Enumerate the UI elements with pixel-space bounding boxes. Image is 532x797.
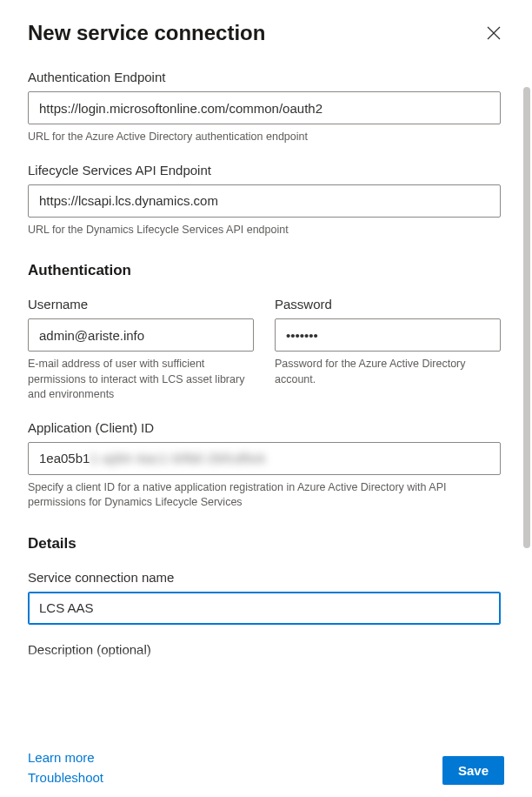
username-input[interactable]: [28, 318, 254, 352]
username-help: E-mail address of user with sufficient p…: [28, 357, 254, 403]
dialog-title: New service connection: [28, 21, 265, 45]
appid-help: Specify a client ID for a native applica…: [28, 480, 501, 511]
auth-endpoint-label: Authentication Endpoint: [28, 70, 501, 84]
password-input[interactable]: [275, 318, 501, 352]
save-button[interactable]: Save: [442, 756, 504, 785]
dialog-header: New service connection: [28, 21, 504, 45]
lcs-endpoint-input[interactable]: [28, 184, 501, 218]
scrollbar-thumb[interactable]: [523, 87, 530, 548]
troubleshoot-link[interactable]: Troubleshoot: [28, 770, 103, 785]
authentication-heading: Authentication: [28, 262, 501, 279]
connection-name-label: Service connection name: [28, 570, 501, 585]
close-button[interactable]: [483, 23, 504, 44]
appid-obscured: 1-aj84-4ac1-bf8d-2bfcdfeA: [90, 451, 266, 465]
appid-prefix: 1ea05b1: [39, 451, 90, 465]
auth-endpoint-input[interactable]: [28, 91, 501, 124]
service-connection-dialog: New service connection Authentication En…: [0, 0, 532, 797]
username-field: Username E-mail address of user with suf…: [28, 297, 254, 403]
password-label: Password: [275, 297, 501, 311]
appid-input[interactable]: 1ea05b11-aj84-4ac1-bf8d-2bfcdfeA: [28, 442, 501, 475]
lcs-endpoint-help: URL for the Dynamics Lifecycle Services …: [28, 223, 501, 238]
footer-links: Learn more Troubleshoot: [28, 750, 103, 785]
credentials-row: Username E-mail address of user with suf…: [28, 297, 501, 420]
lcs-endpoint-field: Lifecycle Services API Endpoint URL for …: [28, 163, 501, 238]
dialog-body: Authentication Endpoint URL for the Azur…: [28, 70, 504, 797]
appid-label: Application (Client) ID: [28, 420, 501, 435]
dialog-footer: Learn more Troubleshoot Save: [28, 750, 504, 785]
description-label-wrap: Description (optional): [28, 642, 501, 661]
close-icon: [486, 25, 502, 41]
connection-name-field: Service connection name: [28, 570, 501, 625]
password-help: Password for the Azure Active Directory …: [275, 357, 501, 387]
appid-field: Application (Client) ID 1ea05b11-aj84-4a…: [28, 420, 501, 511]
details-heading: Details: [28, 535, 501, 553]
description-label: Description (optional): [28, 642, 501, 657]
auth-endpoint-field: Authentication Endpoint URL for the Azur…: [28, 70, 501, 145]
auth-endpoint-help: URL for the Azure Active Directory authe…: [28, 130, 501, 145]
learn-more-link[interactable]: Learn more: [28, 750, 103, 765]
connection-name-input[interactable]: [28, 592, 501, 625]
username-label: Username: [28, 297, 254, 311]
lcs-endpoint-label: Lifecycle Services API Endpoint: [28, 163, 501, 177]
password-field: Password Password for the Azure Active D…: [275, 297, 501, 403]
